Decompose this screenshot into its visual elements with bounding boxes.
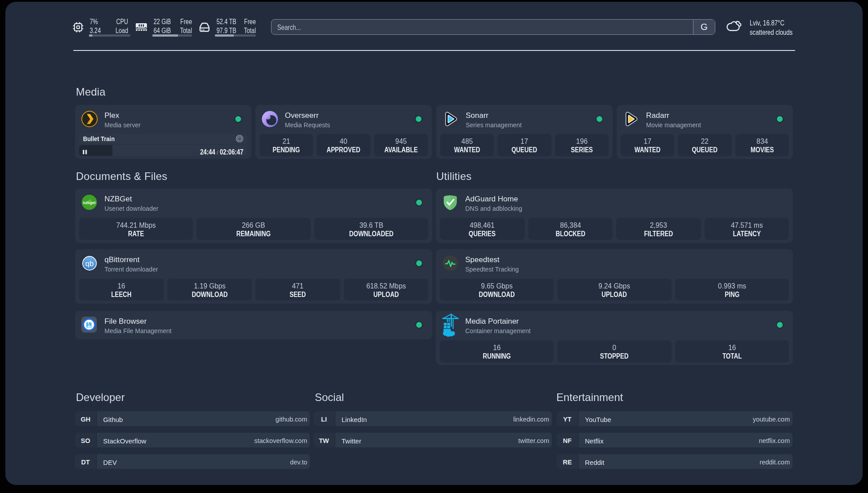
svg-text:nzbget: nzbget: [83, 201, 96, 205]
svg-text:qb: qb: [85, 259, 94, 268]
